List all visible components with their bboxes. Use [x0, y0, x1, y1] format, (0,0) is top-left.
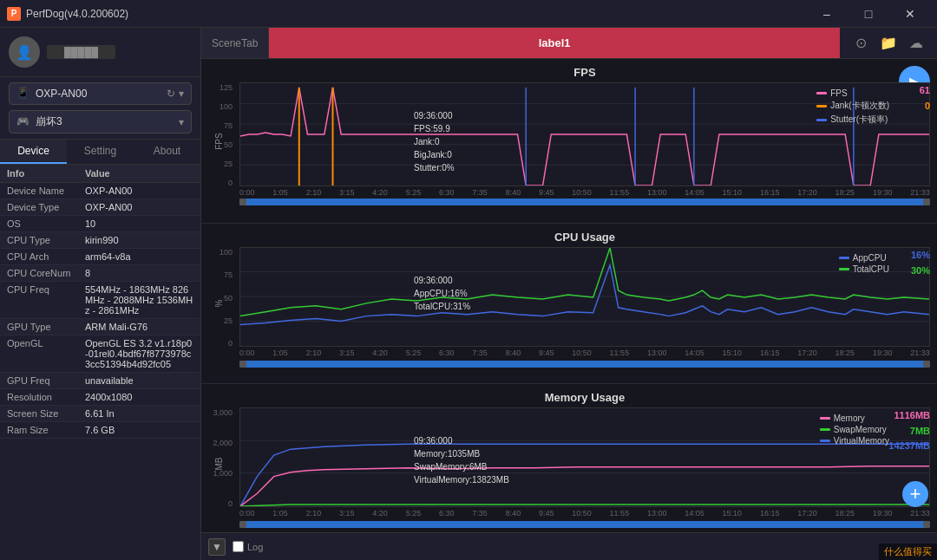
app-name-text: 崩坏3	[36, 114, 179, 129]
log-label: Log	[247, 542, 263, 552]
device-actions: ↻ ▾	[167, 88, 184, 100]
fps-legend-fps: FPS	[816, 88, 889, 98]
app-icon: P	[7, 7, 21, 21]
close-button[interactable]: ✕	[890, 0, 930, 28]
cpu-scroll-left-handle[interactable]	[239, 361, 246, 368]
info-row: Device TypeOXP-AN00	[0, 199, 200, 216]
info-row-key: Device Name	[7, 186, 85, 196]
info-rows-container: Device NameOXP-AN00Device TypeOXP-AN00OS…	[0, 183, 200, 439]
maximize-button[interactable]: □	[849, 0, 888, 28]
memory-scrollbar[interactable]	[239, 521, 930, 528]
fps-chart-title: FPS	[239, 66, 930, 79]
cpu-app-value: 16%	[911, 248, 930, 264]
cpu-y-ticks: 1007550250	[201, 248, 236, 348]
info-row-value: 10	[85, 218, 193, 229]
cpu-chart-title: CPU Usage	[239, 231, 930, 244]
fps-chart-container: FPS FPS ▶ 1251007550250	[201, 59, 937, 224]
info-row-value: kirin990	[85, 235, 193, 245]
fps-scroll-left-handle[interactable]	[239, 199, 246, 205]
info-row: Ram Size7.6 GB	[0, 422, 200, 439]
memory-scrollbar-thumb[interactable]	[239, 521, 930, 528]
bottom-bar: ▼ Log 什么值得买	[201, 532, 937, 560]
scene-tab-label: SceneTab	[201, 28, 269, 58]
info-row-value: ARM Mali-G76	[85, 322, 193, 332]
watermark-text: 什么值得买	[884, 546, 932, 557]
device-dropdown-button[interactable]: ▾	[179, 88, 184, 100]
memory-chart-title: Memory Usage	[239, 391, 930, 404]
info-row: GPU TypeARM Mali-G76	[0, 319, 200, 335]
sidebar: 👤 █████ 📱 OXP-AN00 ↻ ▾ 🎮 崩坏3 ▾	[0, 28, 201, 560]
info-row-key: Device Type	[7, 202, 85, 212]
info-row-key: OpenGL	[7, 338, 85, 348]
scene-active-tab[interactable]: label1	[269, 28, 840, 58]
app-row[interactable]: 🎮 崩坏3 ▾	[9, 110, 192, 133]
cloud-icon-button[interactable]: ☁	[904, 31, 928, 55]
cpu-scrollbar-thumb[interactable]	[239, 361, 930, 368]
info-row-key: Screen Size	[7, 408, 85, 419]
info-row-value: OXP-AN00	[85, 202, 193, 212]
info-row-key: GPU Freq	[7, 375, 85, 386]
fps-legend-fps-label: FPS	[830, 88, 847, 98]
minimize-button[interactable]: –	[807, 0, 847, 28]
tab-about[interactable]: About	[134, 140, 200, 164]
info-row: Resolution2400x1080	[0, 389, 200, 406]
fps-value-display: 61 0	[920, 83, 930, 114]
app-dropdown-button[interactable]: ▾	[179, 116, 184, 128]
log-checkbox[interactable]	[233, 541, 244, 552]
memory-legend-virtual-dot	[820, 440, 830, 442]
tab-device[interactable]: Device	[0, 140, 67, 164]
fps-jank-value: 0	[920, 99, 930, 114]
fps-y-ticks: 1251007550250	[201, 83, 236, 187]
cpu-total-value: 30%	[911, 264, 930, 279]
fps-legend-fps-dot	[816, 92, 827, 94]
cpu-scrollbar[interactable]	[239, 361, 930, 368]
cpu-x-axis: 0:001:052:103:154:205:256:307:358:409:45…	[239, 347, 930, 359]
info-row-key: CPU Freq	[7, 284, 85, 295]
fps-current-value: 61	[920, 83, 930, 99]
fps-scrollbar[interactable]	[239, 199, 930, 205]
titlebar: P PerfDog(v4.0.200602) – □ ✕	[0, 0, 937, 28]
info-row: CPU CoreNum8	[0, 265, 200, 282]
download-button[interactable]: ▼	[208, 538, 226, 556]
info-row-key: OS	[7, 218, 85, 229]
fps-scroll-right-handle[interactable]	[923, 199, 930, 205]
sidebar-tabs: Device Setting About	[0, 140, 200, 165]
user-name: █████	[47, 45, 115, 59]
info-table-header: Info Value	[0, 165, 200, 183]
fps-x-axis: 0:001:052:103:154:205:256:307:358:409:45…	[239, 186, 930, 199]
cpu-legend-app-dot	[839, 257, 849, 259]
fps-scrollbar-thumb[interactable]	[239, 199, 930, 205]
watermark: 什么值得买	[879, 544, 937, 560]
refresh-button[interactable]: ↻	[167, 88, 175, 100]
target-icon-button[interactable]: ⊙	[849, 31, 873, 55]
info-row: CPU Archarm64-v8a	[0, 249, 200, 265]
main-layout: 👤 █████ 📱 OXP-AN00 ↻ ▾ 🎮 崩坏3 ▾	[0, 28, 937, 560]
app-actions: ▾	[179, 116, 184, 128]
info-row-value: OXP-AN00	[85, 186, 193, 196]
folder-icon-button[interactable]: 📁	[876, 31, 901, 55]
fps-legend-stutter-dot	[816, 119, 827, 121]
memory-scroll-right-handle[interactable]	[923, 521, 930, 528]
memory-legend-mem: Memory	[820, 413, 889, 423]
info-row: GPU Frequnavailable	[0, 373, 200, 389]
cpu-legend-app: AppCPU	[839, 253, 889, 263]
col-info-header: Info	[7, 168, 85, 179]
device-row[interactable]: 📱 OXP-AN00 ↻ ▾	[9, 82, 192, 105]
memory-legend-swap-dot	[820, 428, 830, 431]
memory-legend-mem-label: Memory	[834, 413, 865, 423]
app-title: PerfDog(v4.0.200602)	[26, 8, 807, 20]
memory-legend-virtual-label: VirtualMemory	[834, 436, 889, 446]
memory-legend-swap: SwapMemory	[820, 425, 889, 434]
app-icon-small: 🎮	[16, 115, 30, 129]
cpu-chart-container: % CPU Usage 1007550250	[201, 224, 937, 384]
memory-legend-virtual: VirtualMemory	[820, 436, 889, 446]
charts-area: FPS FPS ▶ 1251007550250	[201, 59, 937, 532]
tab-setting[interactable]: Setting	[67, 140, 134, 164]
memory-scroll-left-handle[interactable]	[239, 521, 246, 528]
memory-legend-swap-label: SwapMemory	[834, 425, 887, 434]
cpu-scroll-right-handle[interactable]	[923, 361, 930, 368]
fps-legend-jank-label: Jank(卡顿次数)	[830, 100, 889, 112]
info-row-value: 7.6 GB	[85, 425, 193, 435]
add-chart-button[interactable]: +	[902, 481, 928, 507]
memory-value-display: 1116MB 7MB 14237MB	[888, 408, 930, 454]
